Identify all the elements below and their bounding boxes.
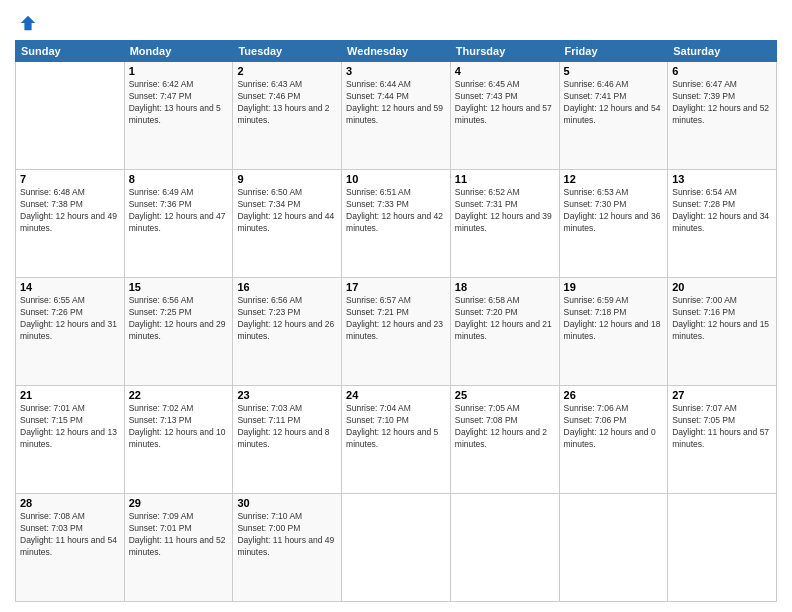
calendar-cell: 24Sunrise: 7:04 AMSunset: 7:10 PMDayligh…	[342, 386, 451, 494]
calendar-cell: 18Sunrise: 6:58 AMSunset: 7:20 PMDayligh…	[450, 278, 559, 386]
day-number: 8	[129, 173, 229, 185]
logo-icon	[19, 14, 37, 32]
calendar-cell: 20Sunrise: 7:00 AMSunset: 7:16 PMDayligh…	[668, 278, 777, 386]
calendar-cell: 15Sunrise: 6:56 AMSunset: 7:25 PMDayligh…	[124, 278, 233, 386]
day-info: Sunrise: 7:05 AMSunset: 7:08 PMDaylight:…	[455, 403, 555, 451]
day-number: 29	[129, 497, 229, 509]
calendar-cell	[16, 62, 125, 170]
day-number: 21	[20, 389, 120, 401]
calendar-cell: 23Sunrise: 7:03 AMSunset: 7:11 PMDayligh…	[233, 386, 342, 494]
day-number: 27	[672, 389, 772, 401]
calendar-cell: 6Sunrise: 6:47 AMSunset: 7:39 PMDaylight…	[668, 62, 777, 170]
day-info: Sunrise: 6:55 AMSunset: 7:26 PMDaylight:…	[20, 295, 120, 343]
day-info: Sunrise: 6:47 AMSunset: 7:39 PMDaylight:…	[672, 79, 772, 127]
calendar-header-wednesday: Wednesday	[342, 41, 451, 62]
day-number: 14	[20, 281, 120, 293]
day-number: 10	[346, 173, 446, 185]
day-info: Sunrise: 7:06 AMSunset: 7:06 PMDaylight:…	[564, 403, 664, 451]
calendar-cell: 22Sunrise: 7:02 AMSunset: 7:13 PMDayligh…	[124, 386, 233, 494]
day-number: 2	[237, 65, 337, 77]
calendar-week-2: 7Sunrise: 6:48 AMSunset: 7:38 PMDaylight…	[16, 170, 777, 278]
day-number: 30	[237, 497, 337, 509]
day-number: 22	[129, 389, 229, 401]
day-number: 11	[455, 173, 555, 185]
day-number: 15	[129, 281, 229, 293]
calendar-cell: 28Sunrise: 7:08 AMSunset: 7:03 PMDayligh…	[16, 494, 125, 602]
logo	[15, 14, 37, 32]
day-info: Sunrise: 7:02 AMSunset: 7:13 PMDaylight:…	[129, 403, 229, 451]
day-number: 3	[346, 65, 446, 77]
day-number: 23	[237, 389, 337, 401]
calendar-week-4: 21Sunrise: 7:01 AMSunset: 7:15 PMDayligh…	[16, 386, 777, 494]
calendar-cell: 5Sunrise: 6:46 AMSunset: 7:41 PMDaylight…	[559, 62, 668, 170]
day-info: Sunrise: 6:49 AMSunset: 7:36 PMDaylight:…	[129, 187, 229, 235]
day-number: 13	[672, 173, 772, 185]
day-number: 25	[455, 389, 555, 401]
day-info: Sunrise: 6:50 AMSunset: 7:34 PMDaylight:…	[237, 187, 337, 235]
calendar-cell	[559, 494, 668, 602]
day-number: 19	[564, 281, 664, 293]
calendar-cell: 13Sunrise: 6:54 AMSunset: 7:28 PMDayligh…	[668, 170, 777, 278]
calendar-cell	[668, 494, 777, 602]
day-info: Sunrise: 6:56 AMSunset: 7:23 PMDaylight:…	[237, 295, 337, 343]
calendar-cell: 26Sunrise: 7:06 AMSunset: 7:06 PMDayligh…	[559, 386, 668, 494]
calendar-cell: 12Sunrise: 6:53 AMSunset: 7:30 PMDayligh…	[559, 170, 668, 278]
day-info: Sunrise: 6:44 AMSunset: 7:44 PMDaylight:…	[346, 79, 446, 127]
calendar-cell: 27Sunrise: 7:07 AMSunset: 7:05 PMDayligh…	[668, 386, 777, 494]
day-number: 16	[237, 281, 337, 293]
day-number: 17	[346, 281, 446, 293]
calendar-cell: 8Sunrise: 6:49 AMSunset: 7:36 PMDaylight…	[124, 170, 233, 278]
day-number: 1	[129, 65, 229, 77]
day-info: Sunrise: 6:54 AMSunset: 7:28 PMDaylight:…	[672, 187, 772, 235]
day-number: 9	[237, 173, 337, 185]
calendar-week-1: 1Sunrise: 6:42 AMSunset: 7:47 PMDaylight…	[16, 62, 777, 170]
day-info: Sunrise: 6:45 AMSunset: 7:43 PMDaylight:…	[455, 79, 555, 127]
day-number: 20	[672, 281, 772, 293]
day-number: 28	[20, 497, 120, 509]
day-info: Sunrise: 6:43 AMSunset: 7:46 PMDaylight:…	[237, 79, 337, 127]
calendar-cell: 4Sunrise: 6:45 AMSunset: 7:43 PMDaylight…	[450, 62, 559, 170]
calendar-cell: 14Sunrise: 6:55 AMSunset: 7:26 PMDayligh…	[16, 278, 125, 386]
day-info: Sunrise: 7:04 AMSunset: 7:10 PMDaylight:…	[346, 403, 446, 451]
day-info: Sunrise: 7:01 AMSunset: 7:15 PMDaylight:…	[20, 403, 120, 451]
page: SundayMondayTuesdayWednesdayThursdayFrid…	[0, 0, 792, 612]
calendar-cell: 2Sunrise: 6:43 AMSunset: 7:46 PMDaylight…	[233, 62, 342, 170]
day-info: Sunrise: 6:58 AMSunset: 7:20 PMDaylight:…	[455, 295, 555, 343]
calendar-cell: 29Sunrise: 7:09 AMSunset: 7:01 PMDayligh…	[124, 494, 233, 602]
day-info: Sunrise: 6:59 AMSunset: 7:18 PMDaylight:…	[564, 295, 664, 343]
calendar-header-monday: Monday	[124, 41, 233, 62]
calendar-cell: 3Sunrise: 6:44 AMSunset: 7:44 PMDaylight…	[342, 62, 451, 170]
calendar-header-tuesday: Tuesday	[233, 41, 342, 62]
calendar-cell: 16Sunrise: 6:56 AMSunset: 7:23 PMDayligh…	[233, 278, 342, 386]
calendar-table: SundayMondayTuesdayWednesdayThursdayFrid…	[15, 40, 777, 602]
calendar-cell: 21Sunrise: 7:01 AMSunset: 7:15 PMDayligh…	[16, 386, 125, 494]
calendar-cell: 7Sunrise: 6:48 AMSunset: 7:38 PMDaylight…	[16, 170, 125, 278]
calendar-cell: 9Sunrise: 6:50 AMSunset: 7:34 PMDaylight…	[233, 170, 342, 278]
day-info: Sunrise: 7:09 AMSunset: 7:01 PMDaylight:…	[129, 511, 229, 559]
calendar-cell: 11Sunrise: 6:52 AMSunset: 7:31 PMDayligh…	[450, 170, 559, 278]
calendar-week-3: 14Sunrise: 6:55 AMSunset: 7:26 PMDayligh…	[16, 278, 777, 386]
day-info: Sunrise: 6:52 AMSunset: 7:31 PMDaylight:…	[455, 187, 555, 235]
day-info: Sunrise: 7:08 AMSunset: 7:03 PMDaylight:…	[20, 511, 120, 559]
calendar-header-thursday: Thursday	[450, 41, 559, 62]
calendar-header-saturday: Saturday	[668, 41, 777, 62]
day-info: Sunrise: 7:03 AMSunset: 7:11 PMDaylight:…	[237, 403, 337, 451]
day-number: 7	[20, 173, 120, 185]
day-info: Sunrise: 6:42 AMSunset: 7:47 PMDaylight:…	[129, 79, 229, 127]
day-number: 18	[455, 281, 555, 293]
day-info: Sunrise: 6:57 AMSunset: 7:21 PMDaylight:…	[346, 295, 446, 343]
calendar-cell	[450, 494, 559, 602]
day-info: Sunrise: 6:51 AMSunset: 7:33 PMDaylight:…	[346, 187, 446, 235]
header	[15, 10, 777, 32]
day-number: 5	[564, 65, 664, 77]
calendar-cell: 17Sunrise: 6:57 AMSunset: 7:21 PMDayligh…	[342, 278, 451, 386]
calendar-cell: 10Sunrise: 6:51 AMSunset: 7:33 PMDayligh…	[342, 170, 451, 278]
day-info: Sunrise: 7:00 AMSunset: 7:16 PMDaylight:…	[672, 295, 772, 343]
day-info: Sunrise: 7:07 AMSunset: 7:05 PMDaylight:…	[672, 403, 772, 451]
day-info: Sunrise: 6:56 AMSunset: 7:25 PMDaylight:…	[129, 295, 229, 343]
day-number: 4	[455, 65, 555, 77]
calendar-cell: 1Sunrise: 6:42 AMSunset: 7:47 PMDaylight…	[124, 62, 233, 170]
calendar-week-5: 28Sunrise: 7:08 AMSunset: 7:03 PMDayligh…	[16, 494, 777, 602]
day-number: 26	[564, 389, 664, 401]
calendar-header-row: SundayMondayTuesdayWednesdayThursdayFrid…	[16, 41, 777, 62]
